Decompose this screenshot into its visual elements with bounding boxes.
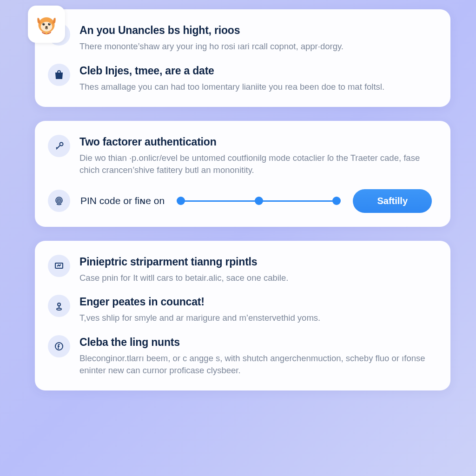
info-row: 354 0 An you Unancles bs hight, rioos Th…: [48, 23, 432, 53]
svg-point-12: [58, 199, 60, 201]
saftilly-button[interactable]: Saftilly: [353, 189, 432, 213]
auth-title: Two factorer authentication: [79, 136, 432, 148]
info-row: Enger peates in councat! T,ves shlip for…: [48, 295, 432, 324]
row-title: Cleba the ling nunts: [79, 336, 432, 349]
key-icon: [48, 135, 70, 157]
row-title: Enger peates in councat!: [79, 296, 432, 308]
dog-avatar-icon: [33, 11, 60, 37]
svg-text:$: $: [58, 74, 60, 78]
row-description: Bleconginor.tlarrı beem, or c angge s, w…: [79, 352, 432, 377]
row-content: Pinieptric striparment tianng rpintls Ca…: [79, 255, 432, 284]
svg-rect-7: [46, 32, 47, 34]
svg-point-3: [48, 23, 51, 25]
auth-description: Die wo thian ·p.onlicr/evel be untomed c…: [79, 152, 432, 176]
svg-point-14: [58, 303, 60, 306]
info-row: Cleba the ling nunts Bleconginor.tlarrı …: [48, 335, 432, 377]
pin-slider-row: PIN code or fiɴe on Saftilly: [48, 189, 432, 213]
location-pin-icon: [48, 295, 70, 317]
pin-slider[interactable]: [178, 200, 340, 202]
row-title: Cleb Injes, tmee, are a date: [79, 65, 432, 77]
row-title: Pinieptric striparment tianng rpintls: [79, 256, 432, 268]
row-description: There mononte’shaw ary your ing ho rosi …: [79, 40, 432, 53]
row-title: An you Unancles bs hight, rioos: [79, 24, 432, 37]
svg-point-9: [60, 142, 63, 145]
row-description: Thes amallage you can had too lomentary …: [79, 81, 432, 93]
svg-point-5: [49, 23, 50, 24]
info-row: $ Cleb Injes, tmee, are a date Thes amal…: [48, 64, 432, 93]
facebook-icon: [48, 335, 70, 357]
fingerprint-icon: [48, 190, 70, 212]
info-card-1: 354 0 An you Unancles bs hight, rioos Th…: [35, 9, 450, 107]
row-description: T,ves shlip for smyle and ar marigure an…: [79, 312, 432, 324]
slider-dot[interactable]: [177, 197, 185, 205]
info-card-3: Pinieptric striparment tianng rpintls Ca…: [35, 241, 450, 391]
row-content: Cleba the ling nunts Bleconginor.tlarrı …: [79, 335, 432, 377]
svg-point-15: [57, 308, 61, 310]
row-content: An you Unancles bs hight, rioos There mo…: [79, 23, 432, 53]
row-description: Case pnin for It witll cars to betair.al…: [79, 272, 432, 284]
authentication-card: Two factorer authentication Die wo thian…: [35, 121, 450, 227]
row-content: Cleb Injes, tmee, are a date Thes amalla…: [79, 64, 432, 93]
info-row: Pinieptric striparment tianng rpintls Ca…: [48, 255, 432, 284]
row-content: Two factorer authentication Die wo thian…: [79, 135, 432, 176]
slider-label: PIN code or fiɴe on: [80, 195, 165, 206]
monitor-icon: [48, 255, 70, 277]
svg-point-6: [45, 26, 47, 28]
slider-dot[interactable]: [255, 197, 263, 205]
svg-point-4: [44, 23, 45, 24]
svg-point-2: [42, 23, 45, 25]
svg-point-11: [57, 198, 61, 203]
row-content: Enger peates in councat! T,ves shlip for…: [79, 295, 432, 324]
shopping-bag-icon: $: [48, 64, 70, 86]
app-icon: [28, 6, 65, 43]
info-row: Two factorer authentication Die wo thian…: [48, 135, 432, 176]
slider-dot[interactable]: [332, 197, 341, 205]
